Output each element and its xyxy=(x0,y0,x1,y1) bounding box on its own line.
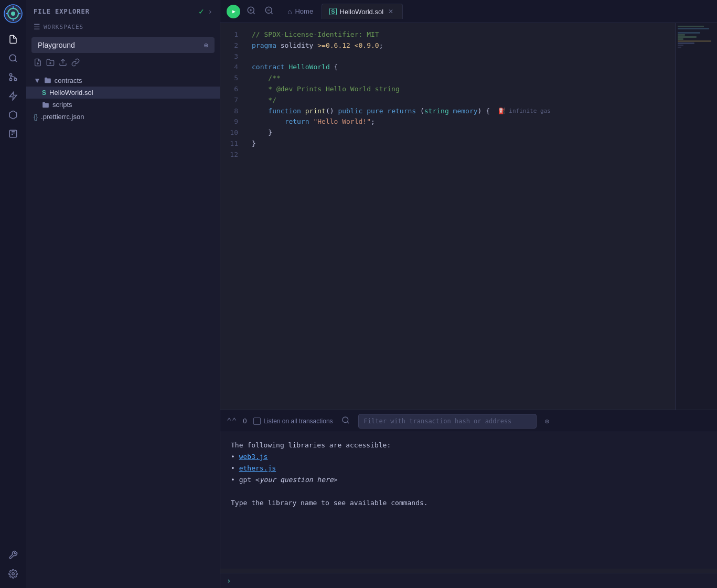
console-line-1: The following libraries are accessible: xyxy=(231,440,707,451)
sidebar-item-settings[interactable] xyxy=(5,566,21,582)
app-logo[interactable] xyxy=(4,4,23,23)
prettier-file[interactable]: {} .prettierrc.json xyxy=(26,111,220,123)
code-line-1: // SPDX-License-Identifier: MIT xyxy=(245,29,675,40)
minimap xyxy=(675,23,717,410)
contracts-folder-label: contracts xyxy=(55,77,82,84)
home-icon: ⌂ xyxy=(287,7,292,16)
sidebar-item-search[interactable] xyxy=(5,50,21,66)
ethers-link[interactable]: ethers.js xyxy=(239,464,276,472)
code-line-10: } xyxy=(245,127,675,138)
scripts-folder-label: scripts xyxy=(52,101,72,109)
upload-icon[interactable] xyxy=(59,58,67,69)
code-line-8: function print() public pure returns (st… xyxy=(245,106,675,117)
sidebar-title: FILE EXPLORER xyxy=(34,8,90,15)
forward-icon[interactable]: › xyxy=(208,7,212,16)
prettier-file-label: .prettierrc.json xyxy=(41,113,84,121)
publish-icon[interactable] xyxy=(71,58,80,69)
tab-bar: ⌂ Home S HelloWorld.sol ✕ xyxy=(280,4,711,19)
bottom-nav-icons xyxy=(5,547,21,588)
code-line-5: /** xyxy=(245,73,675,84)
sidebar: FILE EXPLORER ✓ › ☰ WORKSPACES Playgroun… xyxy=(26,0,220,588)
check-icon: ✓ xyxy=(199,6,204,16)
new-file-icon[interactable] xyxy=(34,58,42,69)
workspace-label: WORKSPACES xyxy=(44,24,83,30)
tab-helloworld[interactable]: S HelloWorld.sol ✕ xyxy=(322,4,403,19)
workspace-row: ☰ WORKSPACES xyxy=(26,20,220,35)
code-content[interactable]: // SPDX-License-Identifier: MIT pragma s… xyxy=(245,23,675,410)
code-line-12 xyxy=(245,149,675,161)
code-line-11: } xyxy=(245,138,675,149)
svg-line-18 xyxy=(253,12,254,14)
code-line-6: * @dev Prints Hello World string xyxy=(245,84,675,95)
sol-file-icon: S xyxy=(42,89,46,97)
console-prompt-row: › xyxy=(220,573,717,588)
sidebar-item-compile[interactable] xyxy=(5,88,21,104)
chevron-down-icon: ⊕ xyxy=(204,41,208,49)
sidebar-item-files[interactable] xyxy=(5,31,21,47)
tab-sol-icon: S xyxy=(329,8,336,15)
tab-home-label: Home xyxy=(295,7,313,15)
tab-close-button[interactable]: ✕ xyxy=(387,7,395,16)
sidebar-item-debug[interactable] xyxy=(5,126,21,142)
new-folder-icon[interactable] xyxy=(46,58,55,69)
code-line-7: */ xyxy=(245,95,675,106)
chevron-down-btn[interactable]: ⌃⌃ xyxy=(227,416,237,426)
listen-checkbox[interactable] xyxy=(253,418,261,425)
web3-link[interactable]: web3.js xyxy=(239,453,268,461)
console-line-web3: • web3.js xyxy=(231,451,707,463)
svg-point-5 xyxy=(14,78,17,81)
icon-bar xyxy=(0,0,26,588)
hamburger-icon: ☰ xyxy=(34,23,40,31)
scripts-folder[interactable]: scripts xyxy=(26,99,220,111)
code-editor[interactable]: 123456 789101112 // SPDX-License-Identif… xyxy=(220,23,717,410)
svg-point-6 xyxy=(9,73,12,76)
editor-toolbar: ⌂ Home S HelloWorld.sol ✕ xyxy=(220,0,717,23)
svg-line-22 xyxy=(271,12,272,14)
clear-filter-icon[interactable]: ⊗ xyxy=(543,415,551,427)
sidebar-item-git[interactable] xyxy=(5,69,21,85)
helloworld-file[interactable]: S HelloWorld.sol xyxy=(26,87,220,99)
listen-checkbox-row[interactable]: Listen on all transactions xyxy=(253,418,333,425)
filter-search-icon[interactable] xyxy=(339,414,352,429)
file-tree: ▼ contracts S HelloWorld.sol scripts {} … xyxy=(26,72,220,588)
code-line-2: pragma solidity >=0.6.12 <0.9.0; xyxy=(245,40,675,51)
zoom-in-icon[interactable] xyxy=(244,4,258,19)
json-file-icon: {} xyxy=(34,113,38,121)
svg-point-2 xyxy=(11,12,15,16)
code-line-4: contract HelloWorld { xyxy=(245,62,675,73)
line-numbers: 123456 789101112 xyxy=(220,23,245,410)
playground-selector[interactable]: Playground ⊕ xyxy=(31,37,215,53)
console-line-empty xyxy=(231,486,707,497)
file-toolbar xyxy=(26,55,220,72)
folder-icon: ▼ xyxy=(34,76,41,84)
svg-point-11 xyxy=(12,573,15,575)
svg-point-24 xyxy=(343,417,348,423)
tx-count: 0 xyxy=(243,417,247,425)
contracts-folder[interactable]: ▼ contracts xyxy=(26,74,220,87)
playground-label: Playground xyxy=(38,41,75,49)
console-line-ethers: • ethers.js xyxy=(231,463,707,474)
console-area: The following libraries are accessible: … xyxy=(220,432,717,569)
console-input[interactable] xyxy=(235,577,711,585)
prompt-arrow-icon: › xyxy=(227,576,231,585)
svg-line-4 xyxy=(15,60,16,61)
helloworld-file-label: HelloWorld.sol xyxy=(49,89,93,97)
bottom-toolbar: ⌃⌃ 0 Listen on all transactions ⊗ xyxy=(220,410,717,432)
svg-point-7 xyxy=(9,78,12,81)
run-button[interactable] xyxy=(227,5,240,18)
sidebar-item-deploy[interactable] xyxy=(5,107,21,123)
console-line-gpt: • gpt <your question here> xyxy=(231,474,707,486)
zoom-out-icon[interactable] xyxy=(262,4,276,19)
sidebar-header: FILE EXPLORER ✓ › xyxy=(26,0,220,20)
filter-input[interactable] xyxy=(358,414,537,429)
svg-marker-9 xyxy=(9,92,17,100)
svg-line-25 xyxy=(347,422,349,423)
tab-helloworld-label: HelloWorld.sol xyxy=(340,8,384,16)
sidebar-item-plugins[interactable] xyxy=(5,547,21,563)
bottom-panel: ⌃⌃ 0 Listen on all transactions ⊗ The fo… xyxy=(220,410,717,588)
code-line-3 xyxy=(245,51,675,62)
svg-point-3 xyxy=(9,55,16,61)
main-area: ⌂ Home S HelloWorld.sol ✕ 123456 7891011… xyxy=(220,0,717,588)
console-line-hint: Type the library name to see available c… xyxy=(231,497,707,509)
tab-home[interactable]: ⌂ Home xyxy=(280,4,320,19)
